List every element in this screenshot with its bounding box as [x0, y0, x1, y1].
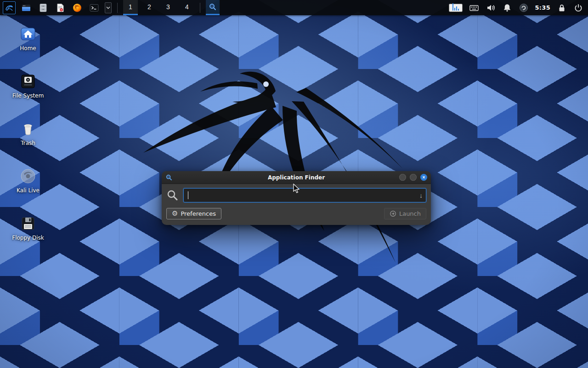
desktop-icon-label: Floppy Disk	[12, 235, 44, 241]
workspace-1[interactable]: 1	[123, 0, 138, 15]
preferences-label: Preferences	[181, 210, 215, 217]
desktop-icon-kali-live[interactable]: Kali Live	[7, 168, 49, 194]
clock: 5:35	[535, 4, 550, 11]
graph-bar	[456, 6, 457, 11]
search-icon	[166, 189, 179, 201]
window-body: ↓ ⚙ Preferences Launch	[162, 184, 431, 225]
launcher-text-editor[interactable]	[54, 1, 67, 14]
workspace-label: 4	[185, 3, 189, 11]
launcher-file-manager[interactable]	[20, 1, 33, 14]
arrow-down-glyph: ↓	[419, 192, 423, 199]
power-icon	[573, 3, 583, 13]
panel-right-group: 5:35	[444, 0, 588, 15]
lock-screen-button[interactable]	[556, 2, 567, 13]
close-icon: ×	[423, 175, 425, 180]
desktop-icon-column: Home File System Trash	[7, 26, 49, 241]
desktop-icon-label: File System	[12, 92, 44, 99]
maximize-button[interactable]	[410, 174, 417, 181]
kali-menu-icon	[5, 3, 14, 12]
logout-button[interactable]	[573, 2, 583, 13]
workspace-label: 1	[129, 3, 132, 11]
graph-bar	[454, 8, 455, 11]
magnifier-icon	[209, 3, 217, 11]
terminal-icon	[89, 3, 99, 13]
button-row: ⚙ Preferences Launch	[166, 208, 426, 219]
terminal-dropdown-button[interactable]	[105, 2, 112, 13]
file-manager-icon	[21, 3, 31, 13]
window-controls: ×	[399, 174, 427, 181]
launcher-firefox[interactable]	[71, 1, 84, 14]
text-editor-icon	[55, 3, 65, 13]
launch-icon	[390, 210, 396, 217]
desktop-icon-file-system[interactable]: File System	[7, 73, 49, 99]
kali-dragon-silhouette	[119, 37, 423, 285]
panel-separator	[200, 3, 200, 13]
desktop-icon-trash[interactable]: Trash	[7, 121, 49, 146]
launch-label: Launch	[399, 210, 421, 217]
window-app-icon	[165, 174, 173, 181]
workspace-label: 3	[166, 3, 170, 11]
launcher-terminal[interactable]	[88, 1, 101, 14]
top-panel: 1 2 3 4	[0, 0, 588, 15]
dragon-eye	[263, 81, 269, 87]
titlebar[interactable]: Application Finder ×	[162, 171, 431, 184]
workspace-3[interactable]: 3	[161, 0, 175, 15]
lock-icon	[557, 3, 567, 13]
panel-left-group: 1 2 3 4	[0, 0, 222, 15]
notifications[interactable]	[502, 2, 512, 13]
search-input-wrap: ↓	[183, 188, 426, 202]
keyboard-indicator-icon	[469, 3, 479, 13]
search-input[interactable]	[183, 188, 426, 202]
launcher-archive[interactable]	[37, 1, 50, 14]
workspace-2[interactable]: 2	[142, 0, 157, 15]
whisker-menu-button[interactable]	[3, 1, 16, 14]
desktop-wallpaper: 1 2 3 4	[0, 0, 588, 368]
cabinet-icon	[38, 3, 48, 13]
desktop-icon-floppy-disk[interactable]: Floppy Disk	[7, 215, 49, 241]
gear-icon: ⚙	[172, 210, 178, 217]
workspace-4[interactable]: 4	[180, 0, 194, 15]
status-circle-icon	[519, 3, 529, 13]
volume-icon	[486, 3, 496, 13]
drive-icon	[20, 73, 36, 90]
search-row: ↓	[166, 188, 426, 202]
close-button[interactable]: ×	[420, 174, 427, 181]
disc-icon	[20, 168, 36, 184]
entry-dropdown-icon[interactable]: ↓	[419, 192, 423, 199]
firefox-icon	[72, 3, 82, 13]
desktop-icon-label: Kali Live	[17, 187, 40, 194]
launch-button[interactable]: Launch	[384, 208, 426, 219]
desktop-icon-home[interactable]: Home	[7, 26, 49, 52]
graph-bar	[452, 3, 453, 11]
desktop-icon-label: Home	[20, 45, 36, 52]
graph-bar	[458, 9, 459, 11]
workspace-label: 2	[147, 3, 151, 11]
application-finder-window: Application Finder × ↓	[162, 171, 431, 225]
taskbar-application-finder[interactable]	[206, 0, 220, 15]
trash-icon	[20, 121, 36, 137]
status-menu[interactable]	[518, 2, 529, 13]
bell-icon	[502, 3, 512, 13]
system-monitor-graph[interactable]	[449, 4, 463, 12]
floppy-icon	[20, 215, 36, 232]
preferences-button[interactable]: ⚙ Preferences	[166, 208, 221, 219]
panel-separator	[117, 3, 118, 13]
chevron-down-icon	[106, 6, 110, 9]
volume-control[interactable]	[485, 2, 496, 13]
minimize-button[interactable]	[399, 174, 406, 181]
window-title: Application Finder	[162, 174, 431, 181]
home-icon	[20, 26, 36, 42]
desktop-icon-label: Trash	[21, 140, 35, 146]
keyboard-indicator[interactable]	[469, 2, 479, 13]
